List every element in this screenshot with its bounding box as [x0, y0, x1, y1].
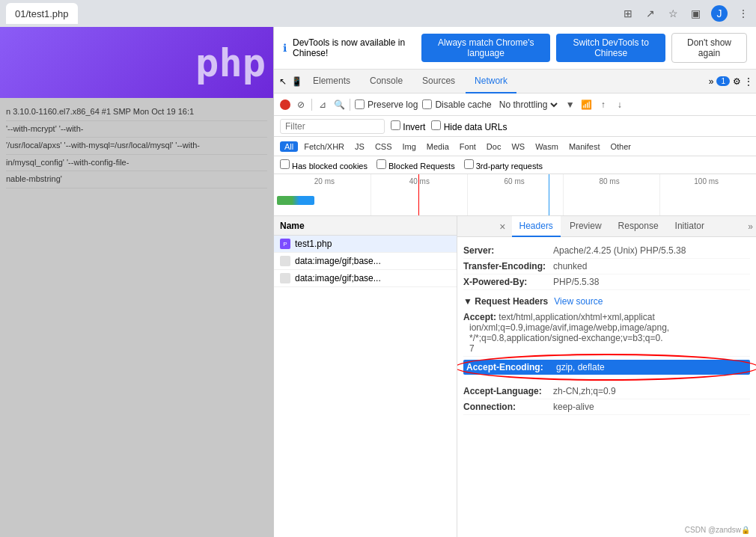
pointer-icon[interactable]: ↖: [277, 76, 289, 88]
request-name-2: data:image/gif;base...: [295, 256, 381, 266]
switch-chinese-button[interactable]: Switch DevTools to Chinese: [556, 34, 665, 62]
dont-show-button[interactable]: Don't show again: [671, 33, 747, 63]
has-blocked-cookies-checkbox[interactable]: [280, 159, 290, 169]
device-icon[interactable]: 📱: [290, 76, 302, 88]
devtools-more-icon[interactable]: ⋮: [744, 76, 753, 87]
request-list-header: Name: [274, 216, 457, 236]
tabs-more-icon[interactable]: »: [709, 76, 714, 87]
export-button[interactable]: ↓: [614, 99, 626, 111]
req-header-value-accept-lang: zh-CN,zh;q=0.9: [553, 386, 616, 396]
devtools-tabs-bar: ↖ 📱 Elements Console Sources Network » 1…: [274, 70, 756, 93]
dock-icon[interactable]: ▣: [689, 7, 702, 20]
timeline-labels: 20 ms 40 ms 60 ms 80 ms 100 ms: [277, 177, 756, 185]
detail-tab-preview[interactable]: Preview: [562, 216, 609, 237]
detail-close-button[interactable]: ×: [495, 221, 510, 233]
browser-tab[interactable]: 01/test1.php: [6, 3, 78, 24]
request-headers-title: ▼ Request Headers: [463, 296, 548, 307]
tabs-more: » 1 ⚙ ⋮: [709, 76, 753, 87]
type-btn-font[interactable]: Font: [455, 141, 481, 152]
resp-header-name-server: Server:: [463, 245, 553, 256]
type-btn-other[interactable]: Other: [606, 141, 635, 152]
timeline-bar: [277, 196, 314, 205]
detail-more-icon[interactable]: »: [748, 221, 753, 232]
always-match-button[interactable]: Always match Chrome's language: [421, 34, 550, 62]
type-btn-ws[interactable]: WS: [507, 141, 529, 152]
tl-label-100ms: 100 ms: [694, 177, 719, 185]
preserve-log-label[interactable]: Preserve log: [355, 99, 418, 110]
type-btn-img[interactable]: Img: [398, 141, 421, 152]
record-button[interactable]: [280, 99, 290, 110]
type-btn-doc[interactable]: Doc: [482, 141, 506, 152]
invert-checkbox[interactable]: [391, 120, 400, 130]
tab-sources[interactable]: Sources: [413, 70, 464, 93]
separator-1: [311, 99, 312, 111]
req-header-accept-cont3: 7: [463, 343, 750, 354]
req-header-accept-cont1: ion/xml;q=0.9,image/avif,image/webp,imag…: [463, 322, 750, 333]
timeline-red-line: [418, 174, 419, 215]
tab-network[interactable]: Network: [466, 70, 516, 93]
page-line-3: '/usr/local/apxs' '--with-mysql=/usr/loc…: [6, 138, 267, 155]
type-btn-css[interactable]: CSS: [371, 141, 397, 152]
menu-icon[interactable]: ⋮: [737, 7, 750, 20]
type-btn-fetch[interactable]: Fetch/XHR: [299, 141, 349, 152]
hide-data-checkbox[interactable]: [431, 120, 441, 130]
console-badge: 1: [716, 76, 730, 86]
tab-title-text: 01/test1.php: [15, 8, 69, 19]
preserve-log-checkbox[interactable]: [355, 99, 365, 109]
disable-cache-checkbox[interactable]: [422, 99, 432, 109]
third-party-checkbox[interactable]: [464, 159, 474, 169]
settings-icon[interactable]: ⚙: [733, 76, 741, 87]
gif-file-icon-1: [280, 256, 290, 266]
request-header-connection: Connection: keep-alive: [463, 399, 750, 415]
page-text: n 3.10.0-1160.el7.x86_64 #1 SMP Mon Oct …: [0, 98, 273, 194]
profile-icon[interactable]: J: [711, 5, 728, 22]
tab-console[interactable]: Console: [361, 70, 412, 93]
resp-header-value-transfer: chunked: [553, 261, 587, 271]
accept-encoding-wrapper: Accept-Encoding: gzip, deflate: [463, 360, 750, 375]
notification-text: DevTools is now available in Chinese!: [293, 37, 415, 58]
separator-2: [350, 99, 350, 111]
filter-input[interactable]: [280, 119, 385, 134]
has-blocked-cookies-label[interactable]: Has blocked cookies: [280, 159, 368, 171]
type-btn-media[interactable]: Media: [422, 141, 454, 152]
type-btn-manifest[interactable]: Manifest: [564, 141, 605, 152]
tl-grid-4: [659, 174, 660, 215]
invert-label[interactable]: Invert: [391, 120, 425, 132]
php-logo-text: php: [195, 40, 266, 85]
tab-elements[interactable]: Elements: [304, 70, 359, 93]
search-icon[interactable]: 🔍: [333, 99, 345, 111]
tl-label-60ms: 60 ms: [504, 177, 525, 185]
wifi-icon[interactable]: 📶: [581, 99, 593, 111]
hide-data-urls-label[interactable]: Hide data URLs: [431, 120, 507, 132]
chrome-browser-icons: ⊞ ↗ ☆ ▣ J ⋮: [621, 5, 750, 22]
translate-icon[interactable]: ⊞: [621, 7, 635, 20]
type-btn-js[interactable]: JS: [350, 141, 369, 152]
share-icon[interactable]: ↗: [644, 7, 657, 20]
detail-tab-response[interactable]: Response: [611, 216, 666, 237]
request-item-gif2[interactable]: data:image/gif;base...: [274, 270, 457, 287]
blocked-requests-checkbox[interactable]: [377, 159, 386, 169]
detail-tab-headers[interactable]: Headers: [512, 216, 561, 237]
tl-grid-1: [371, 174, 371, 215]
page-content-area: php n 3.10.0-1160.el7.x86_64 #1 SMP Mon …: [0, 27, 273, 537]
disable-cache-label[interactable]: Disable cache: [422, 99, 491, 110]
type-btn-wasm[interactable]: Wasm: [531, 141, 563, 152]
throttle-select[interactable]: No throttling: [496, 99, 560, 111]
blocked-requests-label[interactable]: Blocked Requests: [377, 159, 455, 171]
detail-tabs-bar: × Headers Preview Response Initiator »: [457, 216, 756, 237]
headers-content: Server: Apache/2.4.25 (Unix) PHP/5.5.38 …: [457, 237, 756, 537]
import-button[interactable]: ↑: [597, 99, 609, 111]
tl-grid-3: [563, 174, 564, 215]
detail-tab-initiator[interactable]: Initiator: [668, 216, 712, 237]
tl-label-40ms: 40 ms: [409, 177, 430, 185]
bookmark-icon[interactable]: ☆: [666, 7, 680, 20]
third-party-label[interactable]: 3rd-party requests: [464, 159, 543, 171]
clear-button[interactable]: ⊘: [295, 99, 307, 111]
filter-icon[interactable]: ⊿: [317, 99, 329, 111]
php-file-icon: P: [280, 239, 290, 249]
throttle-dropdown-icon[interactable]: ▼: [564, 99, 576, 111]
view-source-link[interactable]: View source: [554, 296, 603, 307]
request-item-test1[interactable]: P test1.php: [274, 236, 457, 253]
type-btn-all[interactable]: All: [280, 141, 298, 152]
request-item-gif1[interactable]: data:image/gif;base...: [274, 253, 457, 270]
